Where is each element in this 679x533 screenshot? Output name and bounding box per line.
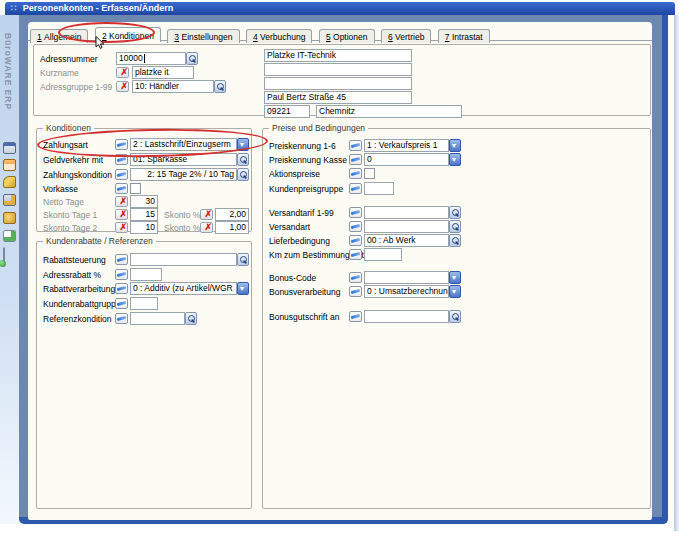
edit-icon[interactable] xyxy=(115,139,128,150)
delete-x-icon[interactable] xyxy=(115,196,128,207)
geldverkehr-input[interactable]: 01: Sparkasse xyxy=(130,153,237,166)
document-export-icon[interactable] xyxy=(3,230,16,242)
skonto-prozent1-input[interactable]: 2,00 xyxy=(215,208,249,221)
delete-x-icon[interactable] xyxy=(200,222,213,233)
row-bonusverarbeitung: Bonusverarbeitung 0 : Umsatzberechnung A… xyxy=(263,285,650,298)
row-address-name3 xyxy=(34,77,650,90)
tab-optionen[interactable]: 5 Optionen xyxy=(319,29,375,43)
aktionspreise-label: Aktionspreise xyxy=(269,169,320,179)
address-name1-input[interactable]: Platzke IT-Technik xyxy=(264,49,412,62)
delete-x-icon[interactable] xyxy=(200,209,213,220)
bonus-code-select[interactable] xyxy=(364,271,449,284)
preiskennung-select[interactable]: 1 : Verkaufspreis 1 xyxy=(364,139,449,152)
title-bar[interactable]: ∷Personenkonten - Erfassen/Ändern xyxy=(5,2,675,15)
edit-icon[interactable] xyxy=(349,140,362,151)
address-city-input[interactable]: Chemnitz xyxy=(316,105,462,118)
address-zip-input[interactable]: 09221 xyxy=(264,105,310,118)
lookup-icon[interactable] xyxy=(449,310,461,323)
row-address-name2 xyxy=(34,63,650,76)
versandart-input[interactable] xyxy=(364,220,449,233)
bonusgutschrift-input[interactable] xyxy=(364,310,449,323)
lookup-icon[interactable] xyxy=(449,220,461,233)
konditionen-group-title: Konditionen xyxy=(43,123,94,133)
edit-icon[interactable] xyxy=(115,154,128,165)
window-shadow xyxy=(674,15,679,531)
row-address-city: 09221 Chemnitz xyxy=(34,105,650,118)
lieferbedingung-input[interactable]: 00 : Ab Werk xyxy=(364,234,449,247)
zahlungskondition-input[interactable]: 2: 15 Tage 2% / 10 Tag xyxy=(130,168,237,181)
dropdown-arrow-icon[interactable] xyxy=(237,282,249,295)
form-window-icon[interactable] xyxy=(3,159,16,171)
vorkasse-checkbox[interactable] xyxy=(130,183,141,194)
lookup-icon[interactable] xyxy=(237,253,249,266)
address-street-input[interactable]: Paul Bertz Straße 45 xyxy=(264,91,412,104)
zahlungskondition-label: Zahlungskondition xyxy=(43,170,112,180)
calculator-icon[interactable] xyxy=(3,142,16,154)
edit-icon[interactable] xyxy=(349,249,362,260)
referenzkondition-input[interactable] xyxy=(130,312,185,325)
edit-icon[interactable] xyxy=(349,183,362,194)
skonto-prozent2-input[interactable]: 1,00 xyxy=(215,221,249,234)
edit-icon[interactable] xyxy=(115,169,128,180)
aktionspreise-checkbox[interactable] xyxy=(364,168,375,179)
edit-icon[interactable] xyxy=(349,311,362,322)
delete-x-icon[interactable] xyxy=(115,222,128,233)
edit-icon[interactable] xyxy=(115,269,128,280)
dropdown-arrow-icon[interactable] xyxy=(449,139,461,152)
lookup-icon[interactable] xyxy=(449,234,461,247)
skonto-tage2-input[interactable]: 10 xyxy=(130,221,158,234)
zahlungsart-select[interactable]: 2 : Lastschrift/Einzugserm xyxy=(130,138,237,151)
coins-icon[interactable] xyxy=(3,212,16,224)
edit-icon[interactable] xyxy=(349,154,362,165)
edit-icon[interactable] xyxy=(115,313,128,324)
calculator-coins-icon[interactable] xyxy=(3,194,16,206)
adressrabatt-input[interactable] xyxy=(130,268,162,281)
edit-icon[interactable] xyxy=(349,286,362,297)
edit-icon[interactable] xyxy=(115,254,128,265)
address-name3-input[interactable] xyxy=(264,77,412,90)
key-icon[interactable] xyxy=(3,176,16,188)
row-bonusgutschrift: Bonusgutschrift an xyxy=(263,310,650,323)
lookup-icon[interactable] xyxy=(449,206,461,219)
edit-icon[interactable] xyxy=(349,207,362,218)
versandtarif-input[interactable] xyxy=(364,206,449,219)
skonto-tage1-input[interactable]: 15 xyxy=(130,208,158,221)
rabattverarbeitung-select[interactable]: 0 : Additiv (zu Artikel/WGR xyxy=(130,282,237,295)
tab-einstellungen[interactable]: 3 Einstellungen xyxy=(167,29,239,43)
dropdown-arrow-icon[interactable] xyxy=(449,285,461,298)
document-save-icon[interactable] xyxy=(3,247,5,266)
row-km-bestimmungsort: Km zum Bestimmungsort xyxy=(263,248,650,261)
kundenpreisgruppe-input[interactable] xyxy=(364,182,394,195)
rabattsteuerung-input[interactable] xyxy=(130,253,237,266)
lookup-icon[interactable] xyxy=(185,312,197,325)
lookup-icon[interactable] xyxy=(237,168,249,181)
bonusgutschrift-label: Bonusgutschrift an xyxy=(269,312,339,322)
tab-intrastat[interactable]: 7 Intrastat xyxy=(438,29,490,43)
edit-icon[interactable] xyxy=(115,183,128,194)
kundenrabattgruppe-input[interactable] xyxy=(130,297,158,310)
dropdown-arrow-icon[interactable] xyxy=(449,271,461,284)
dropdown-arrow-icon[interactable] xyxy=(237,138,249,151)
kundenrabatte-group-title: Kundenrabatte / Referenzen xyxy=(43,236,156,246)
edit-icon[interactable] xyxy=(349,221,362,232)
edit-icon[interactable] xyxy=(349,272,362,283)
delete-x-icon[interactable] xyxy=(115,209,128,220)
row-rabattverarbeitung: Rabattverarbeitung 0 : Additiv (zu Artik… xyxy=(37,282,251,295)
versandtarif-label: Versandtarif 1-99 xyxy=(269,208,334,218)
netto-tage-input[interactable]: 30 xyxy=(130,195,158,208)
bonusverarbeitung-select[interactable]: 0 : Umsatzberechnung Adr xyxy=(364,285,449,298)
dropdown-arrow-icon[interactable] xyxy=(449,153,461,166)
tab-vertrieb[interactable]: 6 Vertrieb xyxy=(381,29,431,43)
tab-allgemein[interactable]: 1 Allgemein xyxy=(30,29,88,43)
edit-icon[interactable] xyxy=(349,168,362,179)
preiskennung-kasse-select[interactable]: 0 xyxy=(364,153,449,166)
skonto-prozent-label: Skonto % xyxy=(164,210,200,220)
edit-icon[interactable] xyxy=(115,298,128,309)
edit-icon[interactable] xyxy=(349,235,362,246)
lieferbedingung-label: Lieferbedingung xyxy=(269,236,330,246)
edit-icon[interactable] xyxy=(115,283,128,294)
address-name2-input[interactable] xyxy=(264,63,412,76)
tab-verbuchung[interactable]: 4 Verbuchung xyxy=(246,29,312,43)
km-bestimmungsort-input[interactable] xyxy=(364,248,402,261)
lookup-icon[interactable] xyxy=(237,153,249,166)
